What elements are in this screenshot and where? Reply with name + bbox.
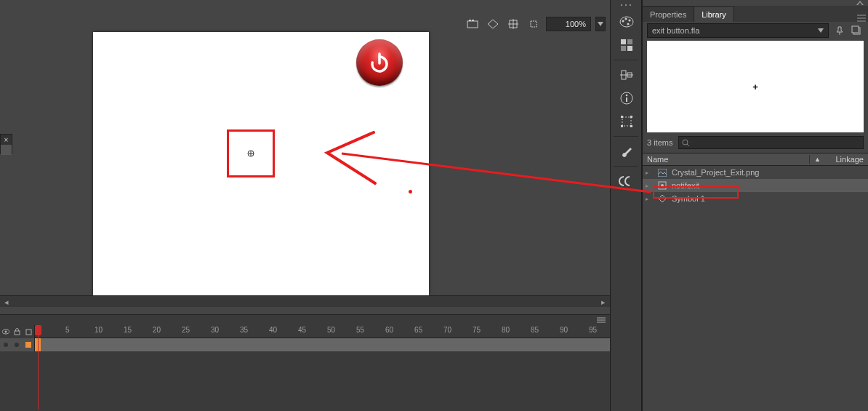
- timeline-frames[interactable]: [35, 338, 610, 351]
- ruler-frame-number: 55: [356, 326, 364, 334]
- svg-rect-0: [467, 21, 478, 28]
- clip-icon[interactable]: [526, 16, 542, 32]
- library-list-header: Name ▲ Linkage: [643, 153, 868, 166]
- stage-area: 100% ◂ ▸ ×: [0, 0, 610, 411]
- pin-icon[interactable]: [832, 23, 846, 38]
- ruler-frame-number: 30: [211, 326, 219, 334]
- svg-point-15: [5, 331, 7, 333]
- library-search-input[interactable]: [678, 136, 864, 149]
- library-preview[interactable]: +: [647, 41, 864, 132]
- timeline-ruler[interactable]: 15101520253035404550556065707580859095: [35, 325, 610, 338]
- outline-icon[interactable]: [25, 329, 32, 335]
- timeline-layer-row[interactable]: [0, 338, 610, 351]
- stage-h-scrollbar[interactable]: ◂ ▸: [0, 295, 610, 307]
- align-icon[interactable]: [611, 63, 643, 87]
- ruler-frame-number: 90: [560, 326, 568, 334]
- panel-menu-icon[interactable]: [855, 15, 868, 22]
- library-count-row: 3 items: [647, 135, 864, 150]
- layer-toggles[interactable]: [0, 338, 35, 351]
- column-name[interactable]: Name: [643, 155, 810, 164]
- stage-viewport: 100% ◂ ▸: [0, 0, 610, 307]
- edit-symbol-icon[interactable]: [485, 16, 501, 32]
- stage-toolbar: 100%: [465, 16, 606, 32]
- document-dropdown[interactable]: exit button.fla: [647, 23, 829, 38]
- brush-icon[interactable]: [611, 140, 643, 163]
- annotation-dot: [409, 190, 412, 193]
- eye-icon[interactable]: [2, 328, 9, 335]
- library-doc-row: exit button.fla: [643, 22, 868, 39]
- edit-scene-icon[interactable]: [465, 16, 481, 32]
- ruler-frame-number: 25: [182, 326, 190, 334]
- svg-point-24: [628, 19, 630, 21]
- info-icon[interactable]: [611, 87, 643, 110]
- ruler-frame-number: 70: [443, 326, 451, 334]
- lock-icon[interactable]: [14, 328, 20, 335]
- zoom-input[interactable]: 100%: [546, 17, 591, 31]
- ruler-frame-number: 35: [240, 326, 248, 334]
- zoom-dropdown[interactable]: [595, 17, 606, 31]
- svg-marker-3: [488, 20, 498, 28]
- ruler-frame-number: 95: [589, 326, 597, 334]
- ruler-frame-number: 65: [414, 326, 422, 334]
- svg-rect-40: [630, 125, 632, 127]
- svg-rect-16: [15, 331, 20, 335]
- ruler-frame-number: 15: [124, 326, 132, 334]
- svg-marker-54: [659, 195, 666, 202]
- symbol-selection-box[interactable]: [227, 129, 275, 177]
- ruler-frame-number: 75: [473, 326, 481, 334]
- ruler-frame-number: 40: [269, 326, 277, 334]
- svg-rect-27: [627, 39, 632, 44]
- floating-close-panel[interactable]: ×: [0, 134, 12, 154]
- svg-rect-39: [621, 125, 623, 127]
- svg-marker-41: [856, 1, 864, 5]
- svg-point-34: [626, 95, 628, 97]
- close-icon[interactable]: ×: [1, 135, 12, 145]
- cc-icon[interactable]: [611, 169, 643, 193]
- library-item[interactable]: ▸ notifexit: [643, 179, 868, 192]
- ruler-frame-number: 85: [531, 326, 539, 334]
- ruler-frame-number: 10: [95, 326, 103, 334]
- timeline-header: 15101520253035404550556065707580859095: [0, 325, 610, 338]
- item-count-label: 3 items: [647, 138, 672, 147]
- timeline-menu-icon[interactable]: [595, 316, 607, 324]
- svg-marker-8: [598, 22, 603, 26]
- document-name: exit button.fla: [652, 26, 699, 35]
- swatches-icon[interactable]: [611, 10, 643, 33]
- svg-point-23: [624, 17, 627, 20]
- color-icon[interactable]: [611, 33, 643, 57]
- svg-rect-48: [852, 26, 859, 33]
- panel-collapse-icon[interactable]: [643, 0, 868, 6]
- library-item-name: notifexit: [672, 181, 865, 190]
- ruler-frame-number: 60: [385, 326, 393, 334]
- svg-rect-37: [621, 116, 623, 118]
- column-linkage[interactable]: ▲ Linkage: [810, 155, 868, 164]
- svg-point-25: [627, 23, 629, 25]
- graphic-icon: [657, 194, 667, 203]
- panel-grip-icon[interactable]: [611, 0, 641, 10]
- tab-library[interactable]: Library: [694, 6, 734, 22]
- fit-icon[interactable]: [505, 16, 521, 32]
- tab-properties[interactable]: Properties: [643, 6, 694, 22]
- timeline-panel: 15101520253035404550556065707580859095: [0, 314, 610, 411]
- playhead[interactable]: [38, 325, 39, 410]
- library-item[interactable]: ▸ Crystal_Project_Exit.png: [643, 166, 868, 179]
- new-library-icon[interactable]: [849, 23, 864, 38]
- svg-rect-36: [622, 117, 631, 126]
- ruler-frame-number: 5: [65, 326, 70, 334]
- registration-cross-icon: +: [752, 81, 758, 92]
- svg-rect-7: [531, 21, 537, 27]
- power-button-symbol[interactable]: [356, 39, 403, 86]
- library-item-name: Crystal_Project_Exit.png: [672, 168, 865, 177]
- svg-point-22: [622, 20, 624, 22]
- right-tool-column: [610, 0, 642, 411]
- layer-header-controls: [0, 325, 35, 338]
- svg-rect-1: [469, 20, 471, 21]
- movieclip-icon: [657, 181, 667, 190]
- svg-rect-26: [621, 39, 626, 44]
- ruler-frame-number: 80: [502, 326, 510, 334]
- svg-rect-29: [627, 46, 632, 51]
- svg-rect-35: [626, 97, 627, 102]
- transform-icon[interactable]: [611, 110, 643, 133]
- ruler-frame-number: 45: [298, 326, 306, 334]
- library-item[interactable]: ▸ Symbol 1: [643, 192, 868, 205]
